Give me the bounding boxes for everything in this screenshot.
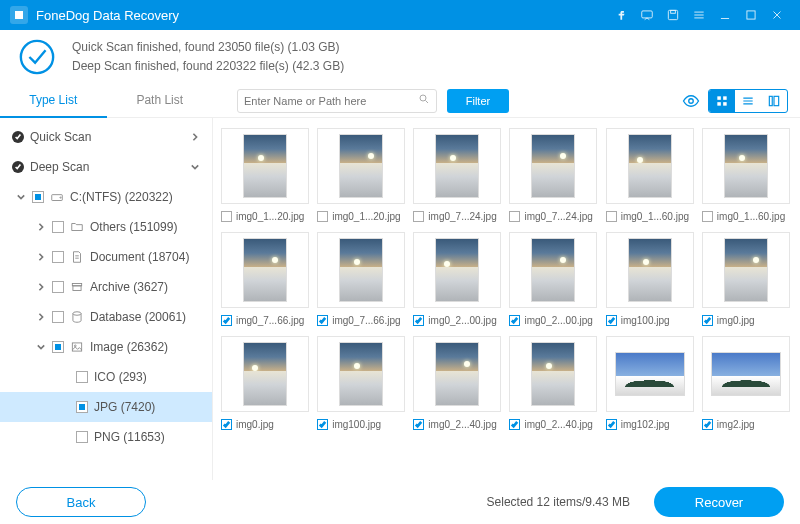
thumbnail[interactable] [221,336,309,412]
file-checkbox[interactable] [606,419,617,430]
checkbox[interactable] [52,281,64,293]
thumbnail[interactable] [606,336,694,412]
thumbnail[interactable] [413,232,501,308]
image-preview [243,342,287,406]
thumbnail-cell[interactable]: img0_7...66.jpg [221,232,309,330]
thumbnail-cell[interactable]: img0_7...24.jpg [413,128,501,226]
thumbnail[interactable] [317,128,405,204]
thumbnail-cell[interactable]: img0_1...20.jpg [221,128,309,226]
checkbox[interactable] [52,311,64,323]
thumbnail[interactable] [221,128,309,204]
sidebar-ico[interactable]: ICO (293) [0,362,212,392]
thumbnail-cell[interactable]: img100.jpg [606,232,694,330]
sidebar-document[interactable]: Document (18704) [0,242,212,272]
file-checkbox[interactable] [413,419,424,430]
thumbnail[interactable] [221,232,309,308]
preview-toggle-icon[interactable] [678,89,704,113]
search-icon[interactable] [418,93,430,108]
file-checkbox[interactable] [221,211,232,222]
thumbnail-cell[interactable]: img0_1...60.jpg [606,128,694,226]
file-checkbox[interactable] [221,419,232,430]
file-checkbox[interactable] [221,315,232,326]
image-preview [243,238,287,302]
thumbnail[interactable] [413,128,501,204]
thumbnail[interactable] [702,336,790,412]
file-checkbox[interactable] [413,211,424,222]
file-checkbox[interactable] [413,315,424,326]
minimize-icon[interactable] [712,0,738,30]
thumbnail-cell[interactable]: img0.jpg [221,336,309,434]
sidebar-database[interactable]: Database (20061) [0,302,212,332]
thumbnail[interactable] [606,128,694,204]
close-icon[interactable] [764,0,790,30]
checkbox[interactable] [52,251,64,263]
sidebar-jpg[interactable]: JPG (7420) [0,392,212,422]
feedback-icon[interactable] [634,0,660,30]
view-detail-icon[interactable] [761,90,787,112]
filter-button[interactable]: Filter [447,89,509,113]
file-checkbox[interactable] [606,211,617,222]
thumbnail-cell[interactable]: img102.jpg [606,336,694,434]
thumbnail-cell[interactable]: img0_2...00.jpg [509,232,597,330]
thumbnail[interactable] [702,128,790,204]
thumbnail-cell[interactable]: img0_7...24.jpg [509,128,597,226]
thumbnail[interactable] [317,336,405,412]
sidebar-quickscan[interactable]: Quick Scan [0,122,212,152]
thumbnail-cell[interactable]: img0.jpg [702,232,790,330]
deepscan-status-text: Deep Scan finished, found 220322 file(s)… [72,57,344,76]
tab-path-list[interactable]: Path List [107,84,214,118]
file-checkbox[interactable] [702,315,713,326]
thumbnail-cell[interactable]: img0_1...60.jpg [702,128,790,226]
checkbox[interactable] [52,221,64,233]
thumbnail-cell[interactable]: img0_2...40.jpg [413,336,501,434]
save-icon[interactable] [660,0,686,30]
checkbox[interactable] [76,371,88,383]
thumbnail[interactable] [413,336,501,412]
checkbox[interactable] [52,341,64,353]
thumbnail[interactable] [317,232,405,308]
svg-rect-17 [723,102,727,106]
thumbnail[interactable] [509,128,597,204]
file-name: img0_1...20.jpg [332,211,400,222]
sidebar-drive[interactable]: C:(NTFS) (220322) [0,182,212,212]
search-input[interactable] [244,95,418,107]
thumbnail-cell[interactable]: img0_2...00.jpg [413,232,501,330]
facebook-icon[interactable] [608,0,634,30]
thumbnail-cell[interactable]: img2.jpg [702,336,790,434]
sidebar-others[interactable]: Others (151099) [0,212,212,242]
file-checkbox[interactable] [702,419,713,430]
file-checkbox[interactable] [509,211,520,222]
file-checkbox[interactable] [606,315,617,326]
maximize-icon[interactable] [738,0,764,30]
view-list-icon[interactable] [735,90,761,112]
file-checkbox[interactable] [317,315,328,326]
sidebar: Quick Scan Deep Scan C:(NTFS) (220322) O… [0,118,213,480]
thumbnail[interactable] [509,336,597,412]
sidebar-image[interactable]: Image (26362) [0,332,212,362]
view-grid-icon[interactable] [709,90,735,112]
tab-type-list[interactable]: Type List [0,84,107,118]
file-checkbox[interactable] [317,211,328,222]
file-checkbox[interactable] [702,211,713,222]
thumbnail[interactable] [702,232,790,308]
sidebar-png[interactable]: PNG (11653) [0,422,212,452]
checkbox[interactable] [76,401,88,413]
back-button[interactable]: Back [16,487,146,517]
checkbox[interactable] [76,431,88,443]
recover-button[interactable]: Recover [654,487,784,517]
sidebar-deepscan[interactable]: Deep Scan [0,152,212,182]
thumbnail-cell[interactable]: img0_1...20.jpg [317,128,405,226]
file-checkbox[interactable] [317,419,328,430]
search-box[interactable] [237,89,437,113]
thumbnail[interactable] [606,232,694,308]
thumbnail-cell[interactable]: img0_2...40.jpg [509,336,597,434]
thumbnail-cell[interactable]: img0_7...66.jpg [317,232,405,330]
file-checkbox[interactable] [509,419,520,430]
file-checkbox[interactable] [509,315,520,326]
sidebar-archive[interactable]: Archive (3627) [0,272,212,302]
thumbnail-cell[interactable]: img100.jpg [317,336,405,434]
checkbox[interactable] [32,191,44,203]
thumbnail[interactable] [509,232,597,308]
database-icon [70,310,84,324]
menu-icon[interactable] [686,0,712,30]
